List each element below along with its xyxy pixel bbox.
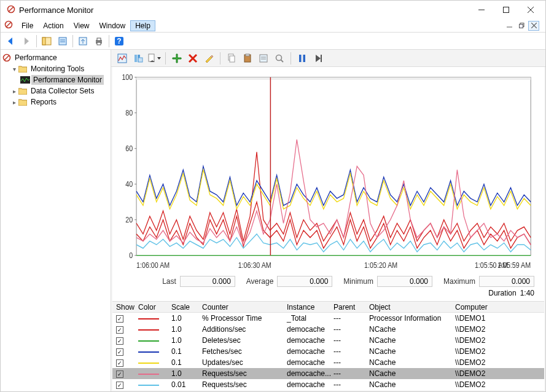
col-instance[interactable]: Instance bbox=[287, 303, 333, 312]
paste-button[interactable] bbox=[240, 51, 255, 66]
forward-button[interactable] bbox=[19, 34, 34, 49]
cell-parent: --- bbox=[333, 325, 369, 334]
svg-rect-33 bbox=[230, 56, 235, 62]
mdi-minimize-button[interactable] bbox=[504, 21, 515, 31]
tree-root[interactable]: Performance bbox=[2, 52, 109, 63]
grid-row[interactable]: ✓0.01Requests/secdemocache---NCache\\DEM… bbox=[112, 379, 544, 390]
collapse-icon[interactable]: ▾ bbox=[10, 66, 18, 73]
print-button[interactable] bbox=[92, 34, 106, 49]
min-label: Minimum bbox=[343, 277, 373, 286]
navigation-tree[interactable]: Performance ▾ Monitoring Tools Performan… bbox=[1, 50, 111, 391]
svg-text:1:06:30 AM: 1:06:30 AM bbox=[238, 261, 271, 269]
delete-counter-button[interactable] bbox=[185, 51, 200, 66]
cell-scale: 1.0 bbox=[171, 336, 202, 345]
show-hide-tree-button[interactable] bbox=[39, 34, 54, 49]
highlight-button[interactable] bbox=[201, 51, 216, 66]
grid-row[interactable]: ✓1.0Requests/secdemocache...---NCache\\D… bbox=[112, 368, 544, 379]
cell-parent: --- bbox=[333, 369, 369, 378]
tree-performance-monitor[interactable]: Performance Monitor bbox=[2, 74, 109, 85]
add-counter-button[interactable] bbox=[170, 51, 184, 66]
grid-row[interactable]: ✓1.0Additions/secdemocache---NCache\\DEM… bbox=[112, 324, 544, 335]
tree-data-collector-sets[interactable]: ▸ Data Collector Sets bbox=[2, 85, 109, 96]
cell-scale: 1.0 bbox=[171, 314, 202, 323]
col-computer[interactable]: Computer bbox=[455, 303, 544, 312]
maximize-button[interactable] bbox=[494, 1, 518, 19]
copy-button[interactable] bbox=[224, 51, 239, 66]
expand-icon[interactable]: ▸ bbox=[10, 99, 18, 106]
minimize-button[interactable] bbox=[469, 1, 494, 19]
grid-header[interactable]: Show Color Scale Counter Instance Parent… bbox=[112, 302, 544, 313]
menu-view[interactable]: View bbox=[69, 20, 95, 31]
duration-label: Duration bbox=[488, 289, 516, 297]
svg-line-40 bbox=[281, 60, 284, 62]
cell-counter: Requests/sec bbox=[202, 369, 287, 378]
svg-rect-20 bbox=[97, 38, 101, 41]
cell-object: NCache bbox=[369, 380, 455, 389]
mdi-close-button[interactable] bbox=[528, 21, 539, 31]
col-counter[interactable]: Counter bbox=[202, 303, 287, 312]
show-checkbox[interactable]: ✓ bbox=[116, 315, 123, 323]
close-button[interactable] bbox=[518, 1, 543, 19]
svg-text:?: ? bbox=[117, 37, 121, 45]
expand-icon[interactable]: ▸ bbox=[10, 88, 18, 95]
col-color[interactable]: Color bbox=[138, 303, 171, 312]
app-icon-small bbox=[4, 20, 13, 31]
show-checkbox[interactable]: ✓ bbox=[116, 348, 123, 356]
grid-row[interactable]: ✓0.1Updates/secdemocache---NCache\\DEMO2 bbox=[112, 357, 544, 368]
col-object[interactable]: Object bbox=[369, 303, 455, 312]
properties-button[interactable] bbox=[55, 34, 70, 49]
help-button[interactable]: ? bbox=[112, 34, 127, 49]
zoom-button[interactable] bbox=[272, 51, 287, 66]
view-graph-button[interactable] bbox=[115, 51, 130, 66]
view-histogram-button[interactable] bbox=[131, 51, 146, 66]
update-button[interactable] bbox=[311, 51, 326, 66]
svg-rect-14 bbox=[42, 37, 45, 45]
tree-monitoring-tools[interactable]: ▾ Monitoring Tools bbox=[2, 63, 109, 74]
show-checkbox[interactable]: ✓ bbox=[116, 326, 123, 334]
cell-scale: 0.01 bbox=[171, 380, 202, 389]
export-button[interactable] bbox=[76, 34, 90, 49]
color-swatch bbox=[138, 385, 159, 386]
cell-computer: \\DEMO2 bbox=[455, 347, 544, 356]
properties-chart-button[interactable] bbox=[256, 51, 271, 66]
svg-text:1:06:00 AM: 1:06:00 AM bbox=[136, 261, 170, 269]
col-scale[interactable]: Scale bbox=[171, 303, 202, 312]
svg-rect-15 bbox=[59, 37, 66, 45]
back-button[interactable] bbox=[3, 34, 18, 49]
cell-computer: \\DEMO2 bbox=[455, 358, 544, 367]
grid-row[interactable]: ✓1.0% Processor Time_Total---Processor I… bbox=[112, 313, 544, 324]
cell-object: NCache bbox=[369, 358, 455, 367]
freeze-button[interactable] bbox=[295, 51, 310, 66]
svg-rect-43 bbox=[321, 55, 322, 62]
show-checkbox[interactable]: ✓ bbox=[116, 337, 123, 345]
cell-instance: _Total bbox=[287, 314, 333, 323]
min-value: 0.000 bbox=[377, 276, 432, 287]
cell-instance: democache... bbox=[287, 369, 333, 378]
show-checkbox[interactable]: ✓ bbox=[116, 382, 123, 389]
show-checkbox[interactable]: ✓ bbox=[116, 359, 123, 367]
folder-icon bbox=[18, 64, 28, 74]
col-parent[interactable]: Parent bbox=[333, 303, 369, 312]
monitor-icon bbox=[20, 75, 30, 85]
max-value: 0.000 bbox=[479, 276, 534, 287]
performance-chart[interactable]: 0204060801001:06:00 AM1:06:30 AM1:05:20 … bbox=[112, 67, 544, 274]
perf-icon bbox=[2, 53, 12, 63]
cell-computer: \\DEMO2 bbox=[455, 380, 544, 389]
col-show[interactable]: Show bbox=[112, 303, 138, 312]
svg-line-25 bbox=[4, 55, 9, 60]
svg-text:40: 40 bbox=[125, 180, 133, 188]
menu-help[interactable]: Help bbox=[130, 20, 155, 31]
menu-file[interactable]: File bbox=[17, 20, 38, 31]
grid-row[interactable]: ✓0.1Fetches/secdemocache---NCache\\DEMO2 bbox=[112, 346, 544, 357]
cell-computer: \\DEMO2 bbox=[455, 369, 544, 378]
menu-action[interactable]: Action bbox=[38, 20, 68, 31]
counter-grid[interactable]: Show Color Scale Counter Instance Parent… bbox=[112, 301, 544, 390]
view-report-dropdown[interactable] bbox=[147, 51, 162, 66]
show-checkbox[interactable]: ✓ bbox=[116, 370, 123, 378]
color-swatch bbox=[138, 329, 159, 331]
tree-reports[interactable]: ▸ Reports bbox=[2, 96, 109, 108]
menu-window[interactable]: Window bbox=[95, 20, 131, 31]
svg-rect-28 bbox=[135, 55, 137, 62]
mdi-restore-button[interactable] bbox=[516, 21, 527, 31]
grid-row[interactable]: ✓1.0Deletes/secdemocache---NCache\\DEMO2 bbox=[112, 335, 544, 346]
